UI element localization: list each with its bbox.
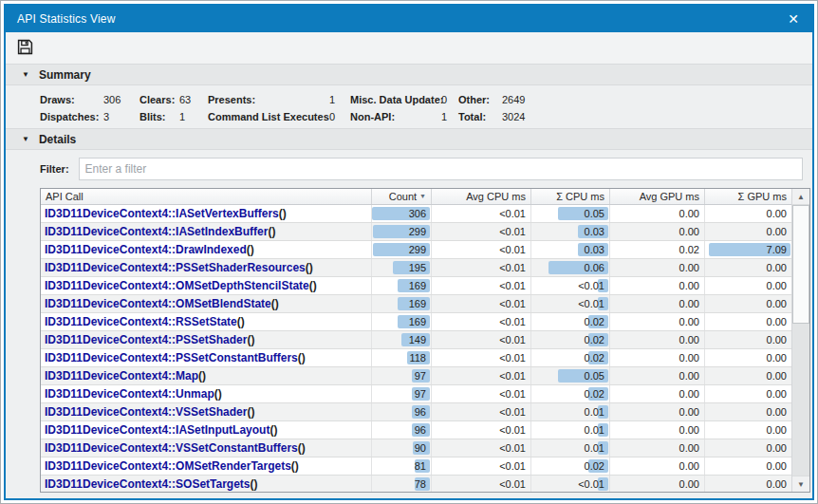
cell-value: <0.01 — [432, 406, 530, 418]
scroll-down-icon[interactable]: ▼ — [792, 476, 809, 492]
scrollbar-track[interactable] — [792, 205, 809, 476]
stat-label: Command List Executes — [208, 111, 329, 122]
cell-value: 169 — [372, 280, 431, 291]
api-call-name: ID3D11DeviceContext4::OMSetRenderTargets — [45, 459, 291, 473]
column-header-avg-cpu[interactable]: Avg CPU ms — [432, 189, 531, 204]
table-row[interactable]: ID3D11DeviceContext4::PSSetShader()149<0… — [41, 331, 791, 349]
cell-value: 0.00 — [610, 460, 704, 472]
api-call-cell: ID3D11DeviceContext4::DrawIndexed() — [41, 241, 372, 258]
cell-value: 0.02 — [531, 334, 609, 345]
table-row[interactable]: ID3D11DeviceContext4::IASetInputLayout()… — [41, 421, 791, 439]
sum-gpu-cell: 0.00 — [705, 259, 791, 276]
api-call-parens: () — [268, 225, 275, 238]
api-call-name: ID3D11DeviceContext4::VSSetConstantBuffe… — [45, 441, 298, 455]
avg-gpu-cell: 0.00 — [610, 313, 705, 330]
table-row[interactable]: ID3D11DeviceContext4::PSSetConstantBuffe… — [41, 349, 791, 367]
avg-cpu-cell: <0.01 — [432, 313, 531, 330]
stat-label: Clears: — [139, 94, 179, 105]
api-call-cell: ID3D11DeviceContext4::PSSetShader() — [41, 331, 372, 348]
scrollbar-thumb[interactable] — [792, 205, 809, 324]
sum-gpu-cell: 7.09 — [705, 241, 791, 258]
cell-value: 0.00 — [610, 352, 704, 364]
vertical-scrollbar[interactable]: ▲ ▼ — [791, 189, 809, 492]
column-header-sum-cpu[interactable]: Σ CPU ms — [531, 189, 610, 204]
api-call-parens: () — [298, 441, 306, 455]
table-row[interactable]: ID3D11DeviceContext4::RSSetState()169<0.… — [41, 313, 791, 331]
collapse-triangle-icon[interactable]: ▼ — [22, 135, 29, 143]
screenshot-frame: API Statistics View ✕ ▼ Summary Draws:30… — [0, 0, 818, 504]
cell-value: 90 — [372, 442, 431, 454]
window-bottom-fill — [6, 493, 812, 498]
cell-value: <0.01 — [432, 388, 530, 400]
api-call-name: ID3D11DeviceContext4::IASetVertexBuffers — [45, 207, 279, 220]
column-header-count[interactable]: Count ▼ — [372, 189, 432, 204]
api-call-cell: ID3D11DeviceContext4::Unmap() — [41, 385, 372, 402]
count-cell: 81 — [372, 457, 432, 475]
table-row[interactable]: ID3D11DeviceContext4::DrawIndexed()299<0… — [41, 241, 791, 259]
api-call-cell: ID3D11DeviceContext4::IASetInputLayout() — [41, 421, 372, 439]
sum-cpu-cell: 0.03 — [531, 223, 610, 240]
api-call-name: ID3D11DeviceContext4::Unmap — [45, 387, 214, 401]
table-row[interactable]: ID3D11DeviceContext4::Unmap()97<0.010.02… — [41, 385, 791, 403]
api-call-name: ID3D11DeviceContext4::PSSetConstantBuffe… — [45, 351, 298, 364]
table-row[interactable]: ID3D11DeviceContext4::VSSetConstantBuffe… — [41, 439, 791, 457]
stat-value: 0 — [441, 94, 458, 105]
api-call-parens: () — [306, 261, 313, 274]
table-row[interactable]: ID3D11DeviceContext4::Map()97<0.010.050.… — [41, 367, 791, 385]
floppy-disk-icon — [17, 39, 33, 58]
scroll-up-icon[interactable]: ▲ — [792, 189, 809, 205]
cell-value: <0.01 — [432, 262, 530, 273]
column-header-api-call[interactable]: API Call — [41, 189, 372, 204]
table-row[interactable]: ID3D11DeviceContext4::SOSetTargets()78<0… — [41, 476, 791, 492]
cell-value: 0.00 — [610, 406, 704, 418]
close-icon[interactable]: ✕ — [784, 12, 803, 26]
cell-value: <0.01 — [432, 334, 530, 345]
save-button[interactable] — [13, 37, 36, 60]
cell-value: 0.00 — [610, 478, 704, 490]
count-cell: 90 — [372, 439, 432, 457]
stat-value: 63 — [179, 94, 208, 105]
count-cell: 169 — [372, 295, 432, 312]
cell-value: 0.00 — [610, 388, 704, 400]
title-bar[interactable]: API Statistics View ✕ — [6, 6, 812, 32]
stat-value: 2649 — [502, 94, 812, 105]
sum-gpu-cell: 0.00 — [705, 313, 791, 330]
sum-gpu-cell: 0.00 — [705, 223, 791, 240]
cell-value: 96 — [372, 406, 431, 418]
table-row[interactable]: ID3D11DeviceContext4::OMSetDepthStencilS… — [41, 277, 791, 295]
cell-value: <0.01 — [531, 478, 609, 490]
avg-gpu-cell: 0.00 — [610, 223, 705, 240]
api-call-name: ID3D11DeviceContext4::IASetInputLayout — [45, 423, 270, 437]
table-row[interactable]: ID3D11DeviceContext4::IASetVertexBuffers… — [41, 205, 791, 223]
summary-section-header[interactable]: ▼ Summary — [6, 64, 812, 85]
cell-value: 0.00 — [705, 406, 791, 418]
cell-value: 96 — [372, 424, 431, 436]
count-cell: 149 — [372, 331, 432, 348]
table-row[interactable]: ID3D11DeviceContext4::VSSetShader()96<0.… — [41, 403, 791, 421]
column-header-sum-gpu[interactable]: Σ GPU ms — [705, 189, 791, 204]
table-row[interactable]: ID3D11DeviceContext4::PSSetShaderResourc… — [41, 259, 791, 277]
cell-value: 0.00 — [610, 298, 704, 309]
stat-value: 0 — [329, 111, 350, 122]
cell-value: 0.00 — [705, 352, 791, 364]
cell-value: 0.00 — [610, 424, 704, 436]
cell-value: 0.00 — [610, 334, 704, 345]
stat-value: 3 — [103, 111, 139, 122]
details-section-header[interactable]: ▼ Details — [6, 128, 812, 150]
count-cell: 195 — [372, 259, 432, 276]
api-call-parens: () — [279, 207, 287, 220]
avg-gpu-cell: 0.00 — [610, 295, 705, 312]
count-cell: 299 — [372, 241, 432, 258]
avg-cpu-cell: <0.01 — [432, 241, 531, 258]
stat-value: 306 — [103, 94, 139, 105]
column-header-avg-gpu[interactable]: Avg GPU ms — [610, 189, 705, 204]
filter-input[interactable] — [79, 158, 803, 180]
table-row[interactable]: ID3D11DeviceContext4::OMSetRenderTargets… — [41, 457, 791, 476]
table-row[interactable]: ID3D11DeviceContext4::OMSetBlendState()1… — [41, 295, 791, 313]
avg-gpu-cell: 0.00 — [610, 349, 705, 366]
avg-cpu-cell: <0.01 — [432, 295, 531, 312]
sum-cpu-cell: 0.05 — [531, 367, 610, 384]
api-call-cell: ID3D11DeviceContext4::VSSetShader() — [41, 403, 372, 420]
collapse-triangle-icon[interactable]: ▼ — [22, 70, 29, 79]
table-row[interactable]: ID3D11DeviceContext4::IASetIndexBuffer()… — [41, 223, 791, 241]
